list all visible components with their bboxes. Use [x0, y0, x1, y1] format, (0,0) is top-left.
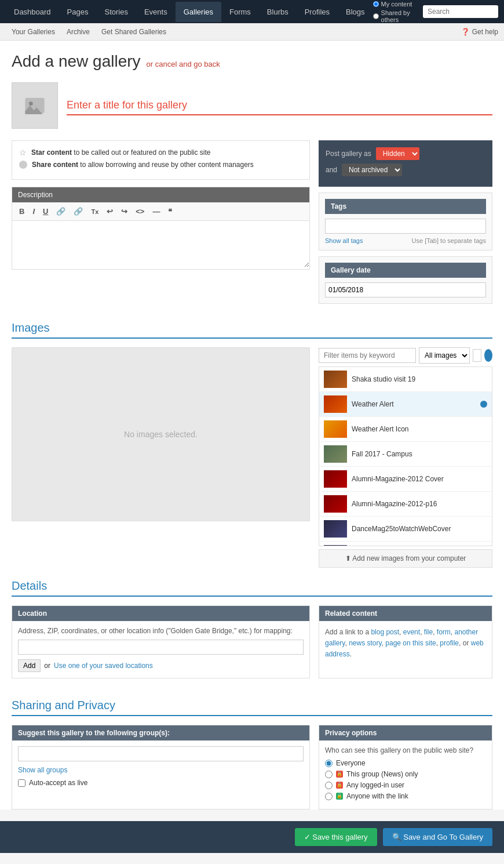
privacy-everyone-radio[interactable] [325, 760, 333, 767]
top-navigation: Dashboard Pages Stories Events Galleries… [0, 0, 504, 23]
image-list-item[interactable]: Weather Alert Icon [319, 417, 492, 442]
keyword-filter-input[interactable] [319, 348, 416, 363]
auto-accept-checkbox[interactable] [18, 779, 25, 787]
subnav-your-galleries[interactable]: Your Galleries [6, 25, 61, 39]
add-location-button[interactable]: Add [18, 659, 41, 672]
quote-button[interactable]: ❝ [166, 206, 174, 217]
svg-rect-9 [324, 545, 347, 546]
image-list-item[interactable]: Weather Alert [319, 392, 492, 417]
related-header: Related content [319, 606, 492, 621]
cancel-link[interactable]: or cancel and go back [147, 60, 220, 68]
nav-pages[interactable]: Pages [59, 2, 97, 22]
nav-blogs[interactable]: Blogs [338, 2, 373, 22]
image-list-item[interactable]: DanceMagJan2018Cover [319, 542, 492, 546]
add-images-button[interactable]: ⬆ Add new images from your computer [319, 549, 492, 568]
location-input[interactable] [18, 640, 304, 655]
image-list-col: All images Shaka studio visit 19Weather … [319, 347, 492, 568]
svg-rect-5 [324, 445, 347, 463]
share-label: Share content to allow borrowing and reu… [32, 161, 254, 169]
description-textarea[interactable] [12, 221, 309, 267]
svg-rect-3 [324, 395, 347, 413]
save-go-button[interactable]: 🔍 Save and Go To Gallery [383, 828, 492, 846]
my-content-radio[interactable] [373, 1, 379, 7]
clearformat-button[interactable]: Tx [89, 207, 101, 216]
subnav-archive[interactable]: Archive [61, 25, 96, 39]
my-content-label[interactable]: My content [373, 1, 417, 8]
nav-stories[interactable]: Stories [96, 2, 136, 22]
image-list-item[interactable]: Shaka studio visit 19 [319, 367, 492, 392]
sub-navigation: Your Galleries Archive Get Shared Galler… [0, 23, 504, 41]
nav-profiles[interactable]: Profiles [297, 2, 338, 22]
image-list-item[interactable]: Alumni-Magazine-2012-p16 [319, 492, 492, 517]
image-list-item[interactable]: Fall 2017 - Campus [319, 442, 492, 467]
image-list-item[interactable]: Alumni-Magazine-2012 Cover [319, 467, 492, 492]
suggest-box: Suggest this gallery to the following gr… [12, 725, 310, 809]
auto-accept-row: Auto-accept as live [18, 779, 304, 787]
archive-status-select[interactable]: Not archived [342, 164, 402, 176]
globe-button[interactable] [484, 349, 492, 362]
privacy-loggedin-radio[interactable] [325, 782, 333, 789]
post-status-select[interactable]: Hidden [376, 147, 419, 160]
saved-locations-link[interactable]: Use one of your saved locations [54, 662, 153, 670]
redo-button[interactable]: ↪ [119, 206, 130, 217]
right-column: Post gallery as Hidden and Not archived … [319, 140, 492, 310]
nav-dashboard[interactable]: Dashboard [6, 2, 59, 22]
privacy-header: Privacy options [319, 725, 492, 740]
sharing-section-title: Sharing and Privacy [12, 699, 492, 716]
image-name: Shaka studio visit 19 [352, 375, 487, 383]
help-button[interactable]: ❓ Get help [461, 28, 498, 36]
post-gallery-box: Post gallery as Hidden and Not archived [319, 140, 492, 187]
privacy-link: 🔒 Anyone with the link [325, 792, 486, 800]
footer-bar: ✓ Save this gallery 🔍 Save and Go To Gal… [0, 821, 504, 853]
tags-input[interactable] [325, 219, 486, 234]
related-news-story[interactable]: news story [349, 639, 381, 647]
privacy-link-radio[interactable] [325, 793, 333, 800]
star-icon[interactable]: ☆ [19, 148, 27, 157]
save-button[interactable]: ✓ Save this gallery [295, 828, 377, 846]
unlink-button[interactable]: 🔗 [71, 206, 85, 217]
image-list: Shaka studio visit 19Weather AlertWeathe… [319, 366, 492, 546]
svg-rect-2 [324, 371, 347, 388]
bold-button[interactable]: B [17, 206, 27, 217]
italic-button[interactable]: I [30, 206, 37, 217]
and-row: and Not archived [326, 164, 485, 176]
code-button[interactable]: <> [133, 206, 147, 217]
related-file[interactable]: file [424, 628, 433, 636]
image-preview-col: No images selected. [12, 347, 310, 568]
hr-button[interactable]: — [150, 206, 162, 217]
related-profile[interactable]: profile [440, 639, 459, 647]
privacy-question: Who can see this gallery on the public w… [325, 746, 486, 754]
tab-hint: Use [Tab] to separate tags [412, 237, 486, 244]
description-header: Description [12, 187, 309, 202]
gallery-title-input[interactable] [67, 96, 492, 115]
image-type-select[interactable]: All images [419, 347, 470, 364]
related-page[interactable]: page on this site [385, 639, 436, 647]
show-all-groups-link[interactable]: Show all groups [18, 766, 304, 774]
suggest-input[interactable] [18, 746, 304, 761]
image-list-item[interactable]: DanceMag25toWatchWebCover [319, 517, 492, 542]
nav-forms[interactable]: Forms [221, 2, 259, 22]
nav-blurbs[interactable]: Blurbs [259, 2, 297, 22]
subnav-get-shared[interactable]: Get Shared Galleries [96, 25, 172, 39]
search-input[interactable] [423, 5, 498, 18]
underline-button[interactable]: U [41, 206, 50, 217]
gallery-date-input[interactable] [325, 282, 486, 297]
undo-button[interactable]: ↩ [104, 206, 115, 217]
shared-content-label[interactable]: Shared by others [373, 9, 417, 23]
related-form[interactable]: form [437, 628, 451, 636]
privacy-group-radio[interactable] [325, 771, 333, 778]
privacy-body: Who can see this gallery on the public w… [319, 740, 492, 809]
page-title: Add a new gallery [12, 52, 141, 71]
nav-galleries[interactable]: Galleries [176, 2, 221, 22]
show-all-tags-link[interactable]: Show all tags [325, 237, 363, 244]
share-icon[interactable] [19, 161, 27, 169]
shared-content-radio[interactable] [373, 13, 379, 19]
nav-events[interactable]: Events [136, 2, 176, 22]
post-gallery-label: Post gallery as [326, 150, 371, 158]
svg-point-1 [29, 101, 33, 106]
related-event[interactable]: event [403, 628, 420, 636]
lock-red2-icon: 🔒 [336, 782, 343, 789]
toggle-button[interactable] [473, 349, 481, 362]
link-button[interactable]: 🔗 [54, 206, 68, 217]
related-blog-post[interactable]: blog post [371, 628, 399, 636]
